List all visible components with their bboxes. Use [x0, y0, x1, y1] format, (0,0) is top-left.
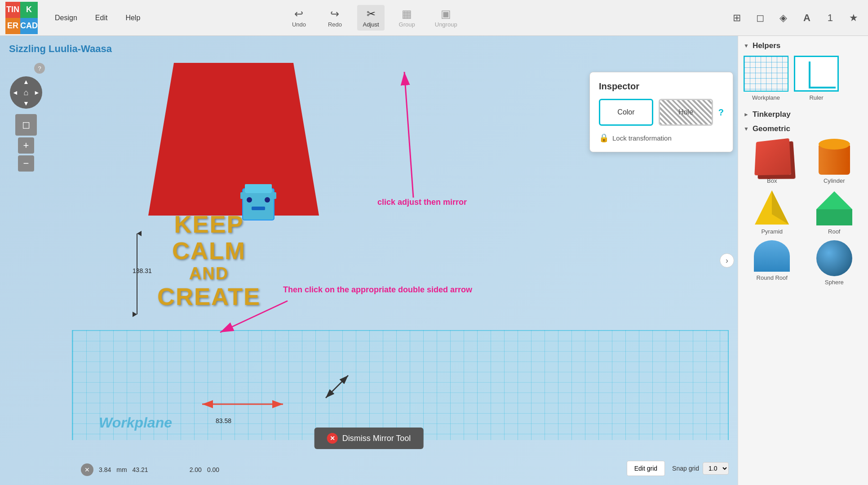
- text-icon[interactable]: A: [798, 9, 816, 27]
- shape-pyramid-item[interactable]: Pyramid: [744, 190, 801, 235]
- shape-box-icon: [755, 138, 792, 176]
- dismiss-x-icon[interactable]: ✕: [327, 433, 338, 444]
- red-shape[interactable]: [148, 63, 319, 216]
- inspector-panel: Inspector Color Hole ? 🔒 Lock transforma…: [589, 72, 733, 152]
- canvas-scroll-right[interactable]: ›: [720, 253, 734, 268]
- help-badge[interactable]: ?: [34, 63, 45, 74]
- measurement-close[interactable]: ✕: [81, 463, 93, 476]
- shape-roof-icon: [816, 190, 852, 225]
- svg-marker-23: [816, 191, 852, 209]
- canvas-area[interactable]: Sizzling Luulia-Waasa ? ▲ ◄ ⌂ ► ▼ ◻ + −: [0, 36, 738, 485]
- inspector-help-icon[interactable]: ?: [718, 107, 724, 118]
- svg-rect-6: [252, 207, 265, 210]
- nav-design[interactable]: Design: [47, 10, 85, 26]
- svg-point-5: [265, 197, 270, 203]
- shape-roof-label: Roof: [828, 228, 840, 235]
- right-sidebar: ▼ Helpers Workplane Ruler ► Tinkerplay ▼…: [738, 36, 868, 485]
- shape-cylinder-icon: [819, 139, 850, 175]
- redo-button[interactable]: ↪ Redo: [321, 5, 348, 31]
- ungroup-button[interactable]: ▣ Ungroup: [430, 5, 463, 31]
- toolbar-center: ↩ Undo ↪ Redo ✂ Adjust ▦ Group ▣ Ungroup: [285, 5, 462, 31]
- number-icon[interactable]: 1: [821, 9, 839, 27]
- helpers-section-header[interactable]: ▼ Helpers: [744, 41, 863, 50]
- color-option[interactable]: Color: [599, 99, 653, 126]
- ruler-helper-icon: [794, 56, 839, 92]
- logo[interactable]: TIN K ER CAD: [5, 2, 38, 34]
- undo-label: Undo: [292, 21, 306, 28]
- star-icon[interactable]: ★: [845, 9, 863, 27]
- redo-icon: ↪: [330, 8, 339, 20]
- grid-icon[interactable]: ⊞: [728, 9, 746, 27]
- snap-grid-control: Snap grid 1.0 0.5 2.0: [672, 462, 729, 475]
- zoom-out-button[interactable]: −: [18, 155, 34, 172]
- logo-tin: TIN: [5, 2, 20, 18]
- adjust-icon: ✂: [367, 8, 376, 20]
- shape-sphere-icon: [816, 240, 852, 276]
- adjust-label: Adjust: [363, 21, 379, 28]
- shape-cylinder-label: Cylinder: [824, 177, 845, 184]
- edit-grid-button[interactable]: Edit grid: [627, 461, 665, 476]
- workplane-helper-label: Workplane: [752, 94, 780, 101]
- ruler-L-shape: [809, 62, 836, 88]
- geometric-section-header[interactable]: ▼ Geometric: [744, 124, 863, 133]
- lock-transformation[interactable]: 🔒 Lock transformation: [599, 133, 724, 143]
- measurement-3-84: 3.84: [99, 466, 111, 473]
- geometric-label: Geometric: [753, 124, 790, 133]
- wireframe-icon[interactable]: ◈: [775, 9, 793, 27]
- geometric-collapse-icon: ▼: [744, 126, 749, 132]
- main-area: Sizzling Luulia-Waasa ? ▲ ◄ ⌂ ► ▼ ◻ + −: [0, 36, 868, 485]
- group-button[interactable]: ▦ Group: [394, 5, 421, 31]
- nav-controls: ? ▲ ◄ ⌂ ► ▼ ◻ + −: [7, 63, 45, 172]
- nav-down-icon[interactable]: ▼: [23, 100, 29, 107]
- shape-round-roof-item[interactable]: Round Roof: [744, 240, 801, 286]
- nav-circle[interactable]: ▲ ◄ ⌂ ► ▼: [10, 76, 42, 109]
- measurement-unit: mm: [116, 466, 127, 473]
- shape-sphere-item[interactable]: Sphere: [806, 240, 863, 286]
- ruler-helper[interactable]: Ruler: [794, 56, 839, 101]
- measurement-2-00: 2.00: [190, 466, 202, 473]
- logo-er: ER: [5, 18, 20, 34]
- nav-help[interactable]: Help: [117, 10, 148, 26]
- hole-option[interactable]: Hole: [659, 99, 713, 126]
- svg-rect-1: [245, 184, 272, 193]
- helpers-collapse-icon: ▼: [744, 43, 749, 49]
- topbar: TIN K ER CAD Design Edit Help ↩ Undo ↪ R…: [0, 0, 868, 36]
- redo-label: Redo: [328, 21, 342, 28]
- group-label: Group: [399, 21, 415, 28]
- snap-grid-label: Snap grid: [672, 465, 699, 472]
- nav-left-icon[interactable]: ◄: [12, 89, 18, 96]
- inspector-title: Inspector: [599, 81, 724, 92]
- calm-line: CALM: [157, 238, 261, 264]
- helpers-label: Helpers: [753, 41, 780, 50]
- helpers-items: Workplane Ruler: [744, 56, 863, 101]
- nav-edit[interactable]: Edit: [87, 10, 116, 26]
- nav-right-icon[interactable]: ►: [34, 89, 40, 96]
- ungroup-icon: ▣: [441, 8, 451, 20]
- adjust-button[interactable]: ✂ Adjust: [357, 5, 384, 31]
- shape-roof-item[interactable]: Roof: [806, 190, 863, 235]
- measurement-row: ✕ 3.84 mm 43.21 2.00 0.00: [81, 463, 219, 476]
- arrow-to-toolbar: [377, 63, 431, 207]
- tinkerplay-section-header[interactable]: ► Tinkerplay: [744, 110, 863, 119]
- lock-label: Lock transformation: [612, 134, 672, 142]
- nav-center-icon[interactable]: ⌂: [24, 88, 29, 97]
- shape-box-item[interactable]: Box: [744, 139, 801, 184]
- shape-sphere-label: Sphere: [825, 279, 844, 286]
- lock-icon: 🔒: [599, 133, 609, 143]
- undo-button[interactable]: ↩ Undo: [285, 5, 312, 31]
- zoom-in-button[interactable]: +: [18, 137, 34, 154]
- measurement-0-00: 0.00: [207, 466, 219, 473]
- view-cube[interactable]: ◻: [15, 114, 37, 136]
- logo-k: K: [20, 2, 38, 18]
- svg-rect-0: [243, 189, 274, 220]
- bottom-controls: Edit grid Snap grid 1.0 0.5 2.0: [627, 461, 729, 476]
- shape-cylinder-item[interactable]: Cylinder: [806, 139, 863, 184]
- snap-grid-select[interactable]: 1.0 0.5 2.0: [703, 462, 729, 475]
- shape-round-roof-label: Round Roof: [757, 274, 788, 281]
- workplane-helper[interactable]: Workplane: [744, 56, 788, 101]
- project-title: Sizzling Luulia-Waasa: [9, 43, 112, 55]
- nav-up-icon[interactable]: ▲: [23, 78, 29, 85]
- dismiss-mirror-bar[interactable]: ✕ Dismiss Mirror Tool: [314, 428, 424, 449]
- cube-icon[interactable]: ◻: [751, 9, 769, 27]
- nav-menu: Design Edit Help: [47, 10, 148, 26]
